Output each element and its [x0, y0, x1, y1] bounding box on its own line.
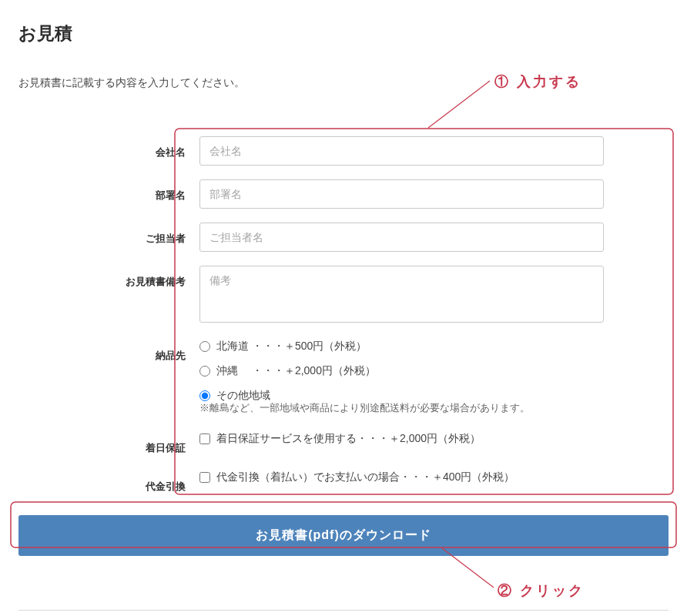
- company-input[interactable]: [199, 136, 604, 166]
- contact-input[interactable]: [199, 223, 604, 252]
- page-title: お見積: [18, 22, 669, 45]
- delivery-option-label: 北海道 ・・・＋500円（外税）: [216, 340, 367, 353]
- divider: [18, 610, 669, 611]
- arrival-guarantee-label: 着日保証: [92, 432, 199, 455]
- delivery-option-label: 沖縄 ・・・＋2,000円（外税）: [216, 364, 376, 378]
- department-label: 部署名: [92, 179, 199, 203]
- cod-option[interactable]: 代金引換（着払い）でお支払いの場合・・・＋400円（外税）: [199, 470, 604, 484]
- remarks-label: お見積書備考: [92, 266, 199, 289]
- quote-form: 会社名 部署名 ご担当者 お見積書備考 納品先: [92, 136, 604, 495]
- arrival-guarantee-checkbox[interactable]: [199, 434, 210, 444]
- annotation-step-2: ② クリック: [498, 581, 585, 600]
- remarks-textarea[interactable]: [199, 266, 604, 323]
- delivery-label: 納品先: [92, 340, 199, 363]
- delivery-radio-other[interactable]: [199, 390, 210, 401]
- cod-label: 代金引換: [92, 470, 199, 494]
- delivery-radio-hokkaido[interactable]: [199, 341, 210, 352]
- arrival-guarantee-text: 着日保証サービスを使用する・・・＋2,000円（外税）: [216, 432, 481, 446]
- annotation-step-1: ① 入力する: [494, 72, 581, 91]
- delivery-radio-okinawa[interactable]: [199, 366, 210, 377]
- delivery-option-hokkaido[interactable]: 北海道 ・・・＋500円（外税）: [199, 340, 604, 353]
- cod-text: 代金引換（着払い）でお支払いの場合・・・＋400円（外税）: [216, 470, 514, 484]
- cod-checkbox[interactable]: [199, 472, 210, 483]
- delivery-note: ※離島など、一部地域や商品により別途配送料が必要な場合があります。: [199, 401, 604, 415]
- download-quote-button[interactable]: お見積書(pdf)のダウンロード: [18, 515, 669, 556]
- arrival-guarantee-option[interactable]: 着日保証サービスを使用する・・・＋2,000円（外税）: [199, 432, 604, 446]
- company-label: 会社名: [92, 136, 199, 159]
- department-input[interactable]: [199, 179, 604, 209]
- delivery-option-okinawa[interactable]: 沖縄 ・・・＋2,000円（外税）: [199, 364, 604, 378]
- contact-label: ご担当者: [92, 223, 199, 246]
